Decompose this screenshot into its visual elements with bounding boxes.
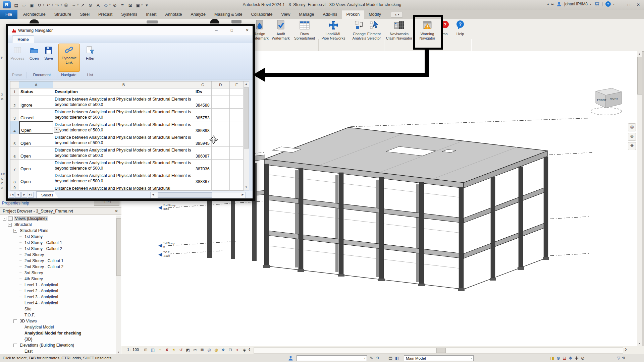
workset-select[interactable]: ˅ bbox=[297, 355, 367, 361]
maximize-button[interactable]: □ bbox=[625, 1, 633, 8]
detail-level-icon[interactable]: ◫ bbox=[150, 347, 156, 353]
dialog-button-save[interactable]: Save bbox=[42, 44, 56, 70]
view-cube[interactable]: FRONT RIGHT bbox=[589, 85, 626, 117]
dialog-button-filter[interactable]: Filter bbox=[83, 44, 98, 70]
cell[interactable] bbox=[230, 121, 244, 134]
cell[interactable] bbox=[230, 172, 244, 185]
tab-collaborate[interactable]: Collaborate bbox=[247, 10, 277, 19]
sun-path-off-icon[interactable]: ✘ bbox=[164, 347, 170, 353]
ribbon-button-navisworks-clash-navigator[interactable]: NavisworksClash Navigator bbox=[385, 19, 414, 41]
project-browser-scrollbar[interactable]: ▾ bbox=[116, 216, 121, 354]
tab-precast[interactable]: Precast bbox=[94, 10, 117, 19]
design-options-icon[interactable]: ▤ bbox=[388, 356, 392, 361]
show-crop-icon[interactable]: ⊠ bbox=[199, 347, 205, 353]
tree-item-t-o-f[interactable]: T.O.F. bbox=[0, 312, 115, 318]
spreadsheet-horizontal-scrollbar[interactable]: ◀ ▶ bbox=[150, 192, 246, 198]
corner-cell[interactable] bbox=[10, 81, 19, 88]
editable-only-icon[interactable]: ✎ bbox=[370, 356, 373, 361]
row-number[interactable]: 9 bbox=[10, 185, 19, 191]
worksets-status-icon[interactable]: ◨ bbox=[550, 355, 554, 361]
search-icon[interactable]: ∞ bbox=[551, 1, 554, 7]
tree-item-1st-storey-callout-2[interactable]: 1st Storey - Callout 2 bbox=[0, 246, 115, 252]
dialog-button-dynamic-link[interactable]: DynamicLink bbox=[58, 44, 80, 72]
tab-insert[interactable]: Insert bbox=[142, 10, 161, 19]
steering-wheel-icon[interactable]: ◎ bbox=[628, 123, 636, 131]
scroll-left-icon[interactable]: ❮ bbox=[248, 348, 251, 351]
tree-item-analytical-model-for-checking[interactable]: Analytical Model for checking bbox=[0, 330, 115, 336]
close-button[interactable]: ✕ bbox=[634, 1, 643, 8]
tree-item-2nd-storey-callout-1[interactable]: 2nd Storey - Callout 1 bbox=[0, 258, 115, 264]
sun-path-icon[interactable]: ☀ bbox=[171, 347, 177, 353]
cell[interactable] bbox=[230, 109, 244, 121]
tree-item-views-discipline[interactable]: −Views (Discipline) bbox=[0, 216, 115, 222]
tree-item-3d-views[interactable]: −3D Views bbox=[0, 318, 115, 324]
dialog-minimize-button[interactable]: ─ bbox=[211, 27, 221, 34]
tree-item-2nd-storey-callout-2[interactable]: 2nd Storey - Callout 2 bbox=[0, 264, 115, 270]
status-cell[interactable]: Closed bbox=[19, 109, 53, 121]
column-header-c[interactable]: C bbox=[194, 81, 212, 88]
worksharing-display-icon[interactable]: ❖ bbox=[220, 347, 226, 353]
tab-steel[interactable]: Steel bbox=[75, 10, 94, 19]
description-cell[interactable]: Distance between Analytical and Physical… bbox=[53, 109, 194, 121]
description-cell[interactable]: Distance between Analytical and Physical… bbox=[53, 121, 194, 134]
tab-massing-site[interactable]: Massing & Site bbox=[210, 10, 247, 19]
ids-cell[interactable]: 384588 bbox=[194, 96, 212, 109]
canvas-vertical-scrollbar[interactable]: ▴ ▾ bbox=[637, 51, 642, 346]
filter-icon[interactable]: ▽ bbox=[617, 356, 620, 360]
select-links-icon[interactable]: ❖ bbox=[569, 355, 573, 361]
shadows-icon[interactable]: ◩ bbox=[185, 347, 191, 353]
scroll-down-icon[interactable]: ▼ bbox=[244, 185, 249, 190]
shadows-off-icon[interactable]: ↺ bbox=[178, 347, 184, 353]
scrollbar-thumb[interactable] bbox=[158, 192, 212, 198]
status-cell[interactable]: Ignore bbox=[19, 96, 53, 109]
show-rendering-icon[interactable]: ⊞ bbox=[143, 347, 149, 353]
row-number[interactable]: 3 bbox=[10, 109, 19, 121]
ribbon-button-element-selector[interactable]: ElementSelector bbox=[364, 19, 384, 41]
cell[interactable] bbox=[212, 172, 230, 185]
visual-style-icon[interactable]: ◔ bbox=[157, 347, 163, 353]
header-cell-ids[interactable]: IDs bbox=[194, 88, 212, 96]
pan-icon[interactable]: ❖ bbox=[628, 142, 636, 150]
column-header-a[interactable]: A bbox=[19, 81, 53, 88]
requests-icon[interactable]: ⊕ bbox=[556, 355, 560, 361]
ids-cell[interactable]: 385898 bbox=[194, 121, 212, 134]
help-icon[interactable]: ? bbox=[605, 1, 611, 7]
scroll-down-icon[interactable]: ▾ bbox=[637, 341, 642, 346]
row-number[interactable]: 5 bbox=[10, 134, 19, 147]
tab-analyze[interactable]: Analyze bbox=[186, 10, 210, 19]
scroll-right-icon[interactable]: ▶ bbox=[240, 192, 245, 197]
tab-add-ins[interactable]: Add-Ins bbox=[318, 10, 341, 19]
header-cell-description[interactable]: Description bbox=[53, 88, 194, 96]
row-number[interactable]: 8 bbox=[10, 172, 19, 185]
dialog-button-open[interactable]: Open bbox=[27, 44, 42, 70]
view-scale[interactable]: 1 : 100 bbox=[125, 347, 141, 352]
cell[interactable] bbox=[230, 185, 244, 191]
dialog-close-button[interactable]: ✕ bbox=[242, 27, 252, 34]
tree-item-structural-plans[interactable]: −Structural Plans bbox=[0, 228, 115, 234]
ribbon-button-help[interactable]: ?Help bbox=[451, 19, 469, 36]
description-cell[interactable]: Distance between Analytical and Physical… bbox=[53, 134, 194, 147]
description-cell[interactable]: Distance between Analytical and Physical… bbox=[53, 160, 194, 172]
row-number[interactable]: 7 bbox=[10, 160, 19, 172]
user-avatar-icon[interactable] bbox=[556, 1, 562, 7]
ids-cell[interactable] bbox=[194, 185, 212, 191]
scroll-up-icon[interactable]: ▴ bbox=[637, 51, 642, 56]
tree-item-site[interactable]: Site bbox=[0, 306, 115, 312]
tree-item-level-4-analytical[interactable]: Level 4 - Analytical bbox=[0, 300, 115, 306]
design-option-select[interactable]: Main Model˅ bbox=[404, 355, 474, 361]
ids-cell[interactable]: 387036 bbox=[194, 160, 212, 172]
warnings-icon[interactable]: ⊟ bbox=[562, 355, 566, 361]
sheet-tab[interactable]: Sheet1 bbox=[36, 191, 58, 198]
minimize-button[interactable]: ─ bbox=[615, 1, 624, 8]
column-header-d[interactable]: D bbox=[212, 81, 230, 88]
scroll-right-icon[interactable]: ❯ bbox=[625, 348, 627, 351]
ribbon-button-draw-spreadsheet[interactable]: DrawSpreadsheet bbox=[291, 19, 318, 41]
dialog-maximize-button[interactable]: □ bbox=[227, 27, 237, 34]
dialog-button-process[interactable]: Process bbox=[9, 44, 25, 70]
description-cell[interactable]: Distance between Analytical and Physical… bbox=[53, 96, 194, 109]
scrollbar-thumb[interactable] bbox=[637, 57, 642, 95]
description-cell[interactable]: Distance between Analytical and Physical… bbox=[53, 185, 194, 191]
tab-manage[interactable]: Manage bbox=[294, 10, 318, 19]
collapse-icon[interactable]: − bbox=[13, 344, 17, 347]
tree-item-3d[interactable]: {3D} bbox=[0, 336, 115, 342]
